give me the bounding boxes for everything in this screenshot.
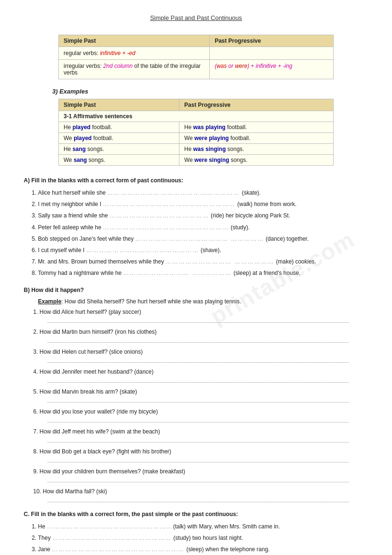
answer-line [47, 476, 349, 482]
dots-2c: ……………………………………………… [52, 535, 172, 541]
dots-3a: ……………………………………… [110, 212, 209, 219]
grammar-2nd-col: 2nd column [103, 63, 132, 69]
section-b: B) How did it happen? Example: How did S… [24, 287, 368, 502]
question-item: 2. How did Martin burn himself? (iron hi… [33, 329, 368, 343]
ex-sang-1: sang [73, 146, 86, 152]
q-text: How did your children burn themselves? (… [39, 468, 185, 475]
dots-2a: …………………………………………………… [103, 201, 236, 207]
q-number: 1. [33, 309, 39, 315]
grammar-row1-left: regular verbs: infinitive + -ed [59, 47, 210, 60]
grammar-infinitive: infinitive + -ed [100, 50, 135, 56]
table-row: We played football. We were playing foot… [59, 133, 334, 144]
q-text: How did Jennifer meet her husband? (danc… [39, 368, 153, 375]
grammar-table: Simple Past Past Progressive regular ver… [58, 35, 334, 79]
question-item: 7. How did Jeff meet his wife? (swim at … [33, 428, 368, 442]
ex-row1-right: He was playing football. [179, 122, 334, 133]
q-number: 2. [33, 329, 39, 335]
question-item: 4. How did Jennifer meet her husband? (d… [33, 368, 368, 383]
q-text: How did Alice hurt herself? (play soccer… [39, 309, 141, 315]
q-number: 6. [33, 408, 39, 415]
q-text: How did Martha fall? (ski) [43, 488, 107, 495]
answer-line [47, 356, 349, 363]
question-item: 9. How did your children burn themselves… [33, 468, 368, 482]
ex-row4-right: We were singing songs. [179, 155, 334, 166]
section-b-example: Example: How did Sheila herself? She hur… [38, 298, 368, 305]
section-a-title: A) Fill in the blanks with a correct for… [24, 177, 368, 184]
dots-5a: …………………………………… …………… [135, 235, 264, 242]
answer-line [47, 456, 349, 462]
answer-line [47, 336, 349, 343]
list-item: Jane …………………………………………………… (sleep) when t… [38, 545, 368, 554]
q-text: How did Bob get a black eye? (fight with… [39, 448, 171, 455]
q-number: 9. [33, 468, 39, 475]
list-item: Tommy had a nightmare while he ………………………… [38, 269, 368, 278]
section-c-list: He …………………………………………………(talk) with Mary, … [24, 522, 368, 555]
section-c-title: C. Fill in the blanks with a correct for… [24, 511, 368, 517]
answer-line [47, 436, 349, 442]
dots-4a: ………………………………………………… [103, 224, 229, 231]
dots-3c: …………………………………………………… [52, 546, 185, 553]
list-item: Alice hurt herself while she ……………………………… [38, 188, 368, 198]
q-text: How did Martin burn himself? (iron his c… [39, 329, 157, 335]
dots-1a: …………………………………………………… [107, 189, 240, 196]
question-item: 5. How did Marvin break his arm? (skate) [33, 388, 368, 403]
q-text: How did Helen cut herself? (slice onions… [39, 348, 142, 355]
dots-6a: …………………………………………… [86, 247, 199, 254]
ex-were-playing-1: were playing [194, 135, 229, 141]
answer-line [47, 396, 349, 403]
examples-table: Simple Past Past Progressive 3-1 Affirma… [58, 99, 334, 166]
q-number: 7. [33, 428, 39, 435]
q-number: 3. [33, 348, 39, 355]
grammar-header-left: Simple Past [59, 35, 210, 47]
q-number: 4. [33, 368, 39, 375]
answer-line [47, 416, 349, 423]
list-item: Sally saw a friend while she ……………………………… [38, 211, 368, 220]
grammar-header-right: Past Progressive [210, 35, 334, 47]
question-item: 6. How did you lose your wallet? (ride m… [33, 408, 368, 423]
dots-7a: ………………………… ……………… [166, 258, 274, 265]
list-item: Mr. and Mrs. Brown burned themselves whi… [38, 257, 368, 266]
ex-sang-2: sang [74, 157, 87, 163]
ex-were-singing-1: were singing [194, 157, 229, 163]
q-text: How did Jeff meet his wife? (swim at the… [39, 428, 160, 435]
grammar-row1-right [210, 47, 334, 60]
section-a: A) Fill in the blanks with a correct for… [24, 177, 368, 278]
q-text: How did Marvin break his arm? (skate) [39, 388, 137, 395]
dots-1c: ………………………………………………… [47, 523, 173, 530]
question-item: 10. How did Martha fall? (ski) [33, 488, 368, 502]
list-item: I met my neighbor while I ……………………………………… [38, 200, 368, 209]
q-number: 5. [33, 388, 39, 395]
examples-header-right: Past Progressive [179, 99, 334, 111]
table-row: He sang songs. He was singing songs. [59, 144, 334, 155]
grammar-row2-left: irregular verbs: 2nd column of the table… [59, 60, 210, 79]
examples-header-left: Simple Past [59, 99, 179, 111]
examples-subheader: 3-1 Affirmative sentences [59, 111, 334, 122]
dots-8a: ………………………… ……………… [123, 270, 232, 276]
section-c: C. Fill in the blanks with a correct for… [24, 511, 368, 555]
grammar-row2-right: (was or were) + infinitive + -ing [210, 60, 334, 79]
example-label: Example [38, 298, 61, 305]
ex-played-1: played [73, 124, 91, 131]
ex-was-singing-1: was singing [193, 146, 226, 152]
q-number: 10. [33, 488, 43, 495]
q-text: How did you lose your wallet? (ride my b… [39, 408, 158, 415]
list-item: They ……………………………………………… (study) two hour… [38, 534, 368, 543]
answer-line [47, 316, 349, 323]
section-a-list: Alice hurt herself while she ……………………………… [24, 188, 368, 278]
ex-row2-left: We played football. [59, 133, 179, 144]
table-row: He played football. He was playing footb… [59, 122, 334, 133]
ex-row4-left: We sang songs. [59, 155, 179, 166]
question-item: 8. How did Bob get a black eye? (fight w… [33, 448, 368, 462]
list-item: He …………………………………………………(talk) with Mary, … [38, 522, 368, 531]
section-b-title: B) How did it happen? [24, 287, 368, 293]
list-item: Peter fell asleep while he …………………………………… [38, 223, 368, 232]
section-b-questions: 1. How did Alice hurt herself? (play soc… [33, 309, 368, 502]
answer-line [47, 496, 349, 502]
ex-row3-right: He was singing songs. [179, 144, 334, 155]
table-row: We sang songs. We were singing songs. [59, 155, 334, 166]
q-number: 8. [33, 448, 39, 455]
list-item: Bob stepped on Jane's feet while they ……… [38, 235, 368, 244]
ex-was-playing-1: was playing [193, 124, 225, 131]
page-title: Simple Past and Past Continuous [24, 14, 368, 21]
ex-row3-left: He sang songs. [59, 144, 179, 155]
